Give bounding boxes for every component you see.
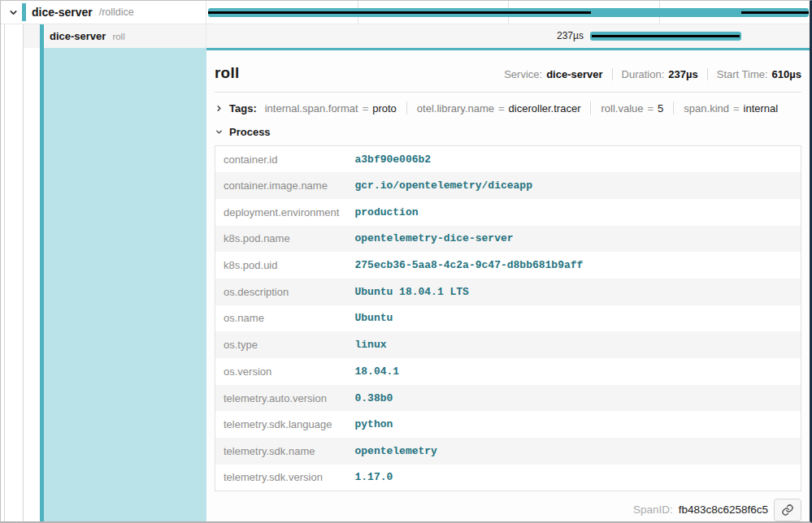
divider <box>612 68 613 80</box>
service-color-bar <box>22 3 26 21</box>
operation-name: roll <box>112 32 124 41</box>
copy-link-button[interactable] <box>774 499 801 521</box>
table-row: k8s.pod.nameopentelemetry-dice-server <box>215 226 801 253</box>
table-row: os.descriptionUbuntu 18.04.1 LTS <box>215 279 801 305</box>
process-label: Process <box>229 126 271 138</box>
chevron-down-icon[interactable] <box>8 7 19 18</box>
tag-internal-span-format: internal.span.format=proto <box>265 102 397 115</box>
table-row: os.typelinux <box>215 331 801 358</box>
span-detail-row: roll Service: dice-server Duration: 237µ… <box>1 48 810 521</box>
table-row: k8s.pod.uid275ecb36-5aa8-4c2a-9c47-d8bb6… <box>215 252 801 279</box>
tag-otel-library-name: otel.library.name=diceroller.tracer <box>417 102 581 115</box>
span-duration-label: 237µs <box>206 24 590 48</box>
span-track-roll[interactable]: 237µs <box>206 24 810 48</box>
process-section-toggle[interactable]: Process <box>215 118 801 142</box>
indent-guide <box>23 24 24 521</box>
table-row: container.ida3bf90e006b2 <box>215 146 801 173</box>
span-bar-roll[interactable] <box>590 32 741 41</box>
link-icon <box>781 504 794 517</box>
service-name: dice-server <box>32 6 93 19</box>
duration-label: Duration: <box>622 68 665 80</box>
table-row: telemetry.auto.version0.38b0 <box>215 385 801 412</box>
start-time-label: Start Time: <box>717 68 768 80</box>
critical-path-segment <box>741 11 809 14</box>
chevron-right-icon <box>215 104 224 113</box>
tag-span-kind: span.kind=internal <box>684 102 778 115</box>
span-id-label: SpanID: <box>633 504 673 516</box>
span-id-value: fb483c8c6258f6c5 <box>679 504 768 516</box>
span-detail-panel: roll Service: dice-server Duration: 237µ… <box>206 48 810 521</box>
operation-name: /rolldice <box>99 6 134 18</box>
span-detail-accent <box>40 48 206 521</box>
divider <box>673 102 674 115</box>
service-value: dice-server <box>546 68 602 80</box>
divider <box>590 102 591 115</box>
tags-label: Tags: <box>229 102 257 115</box>
process-table: container.ida3bf90e006b2 container.image… <box>215 145 801 491</box>
service-label: Service: <box>504 68 542 80</box>
span-detail-footer: SpanID: fb483c8c6258f6c5 <box>215 499 801 521</box>
span-row: dice-server /rolldice <box>1 1 810 24</box>
indent-guide <box>4 24 5 521</box>
tags-section-toggle[interactable]: Tags: internal.span.format=proto otel.li… <box>215 93 801 118</box>
service-color-bar <box>40 24 44 48</box>
span-name-rolldice[interactable]: dice-server /rolldice <box>1 1 206 24</box>
table-row: telemetry.sdk.version1.17.0 <box>215 465 801 491</box>
table-row: os.version18.04.1 <box>215 358 801 385</box>
chevron-down-icon <box>215 128 224 136</box>
span-meta: Service: dice-server Duration: 237µs Sta… <box>504 68 801 80</box>
critical-path-segment <box>208 11 591 14</box>
table-row: deployment.environmentproduction <box>215 199 801 226</box>
span-bar-rolldice[interactable] <box>208 8 809 17</box>
divider <box>707 68 708 80</box>
duration-value: 237µs <box>668 68 697 80</box>
span-track-rolldice[interactable] <box>206 1 810 24</box>
span-detail-header: roll Service: dice-server Duration: 237µ… <box>215 50 801 93</box>
service-name: dice-server <box>50 30 106 42</box>
trace-timeline-view: dice-server /rolldice dice-server roll 2… <box>0 0 812 523</box>
table-row: telemetry.sdk.languagepython <box>215 411 801 438</box>
divider <box>406 102 407 115</box>
table-row: container.image.namegcr.io/opentelemetry… <box>215 172 801 199</box>
start-time-value: 610µs <box>772 68 801 80</box>
table-row: os.nameUbuntu <box>215 305 801 332</box>
span-row-selected: dice-server roll 237µs <box>1 24 810 48</box>
span-title: roll <box>215 64 239 82</box>
span-name-roll[interactable]: dice-server roll <box>1 24 206 48</box>
critical-path-segment <box>592 35 740 37</box>
table-row: telemetry.sdk.nameopentelemetry <box>215 438 801 465</box>
tag-roll-value: roll.value=5 <box>601 102 663 115</box>
